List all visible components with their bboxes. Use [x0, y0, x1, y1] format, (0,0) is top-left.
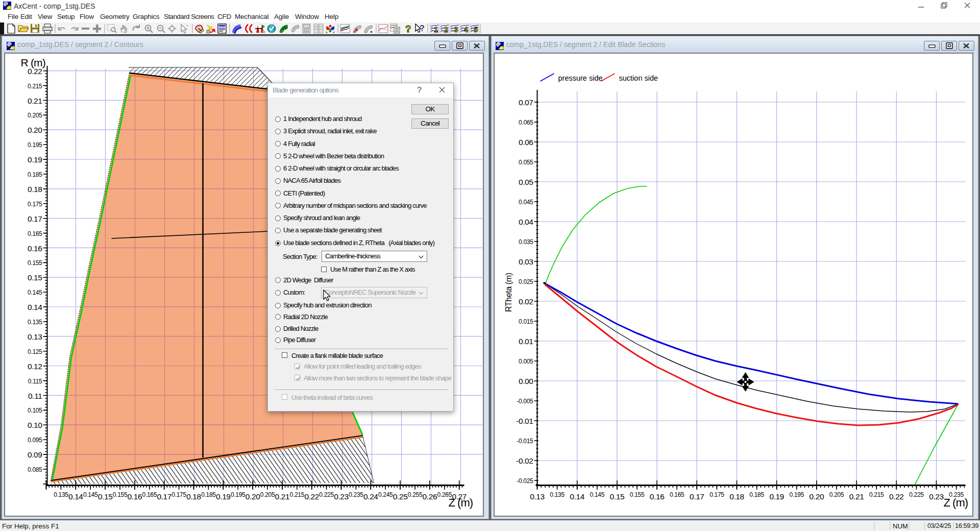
svg-text:0.195: 0.195 [230, 491, 245, 498]
svg-text:0.06: 0.06 [518, 138, 533, 147]
svg-text:0.21: 0.21 [849, 492, 864, 501]
svg-text:0.00: 0.00 [518, 377, 533, 385]
svg-text:4: 4 [464, 25, 469, 34]
svg-text:0.13: 0.13 [530, 492, 545, 501]
svg-text:0.145: 0.145 [27, 289, 42, 296]
svg-text:0.09: 0.09 [27, 450, 42, 459]
svg-text:0.125: 0.125 [27, 348, 42, 355]
svg-text:3: 3 [454, 25, 458, 34]
svg-text:0.095: 0.095 [27, 437, 42, 444]
svg-text:0.02: 0.02 [518, 297, 533, 306]
svg-text:0.03: 0.03 [518, 257, 533, 266]
svg-text:0.175: 0.175 [709, 491, 724, 498]
svg-text:-0.005: -0.005 [517, 398, 533, 405]
svg-text:0.145: 0.145 [83, 491, 97, 498]
svg-text:0.01: 0.01 [518, 337, 533, 346]
svg-text:0.155: 0.155 [27, 259, 42, 267]
svg-text:0.165: 0.165 [669, 491, 684, 498]
svg-text:0.23: 0.23 [929, 492, 944, 501]
svg-text:0.115: 0.115 [28, 378, 42, 385]
svg-text:0.165: 0.165 [27, 230, 42, 237]
svg-text:0.225: 0.225 [319, 491, 334, 498]
svg-text:0.26: 0.26 [422, 492, 437, 501]
svg-text:0.17: 0.17 [690, 492, 704, 501]
svg-text:RTheta (m): RTheta (m) [504, 273, 512, 312]
svg-text:0.055: 0.055 [518, 159, 533, 166]
svg-text:0.05: 0.05 [518, 178, 533, 186]
svg-text:0.245: 0.245 [378, 491, 393, 498]
svg-text:0.18: 0.18 [27, 185, 42, 194]
svg-text:0.225: 0.225 [909, 491, 924, 498]
svg-text:0.165: 0.165 [142, 491, 157, 498]
svg-text:Z (m): Z (m) [448, 496, 473, 509]
svg-text:0.175: 0.175 [172, 491, 186, 498]
svg-text:2: 2 [444, 25, 448, 34]
svg-text:0.195: 0.195 [27, 141, 42, 149]
svg-text:0.18: 0.18 [186, 492, 201, 501]
svg-text:0.21: 0.21 [275, 492, 289, 501]
svg-text:0.205: 0.205 [260, 491, 275, 498]
svg-text:0.22: 0.22 [304, 492, 319, 501]
svg-text:0.14: 0.14 [68, 492, 83, 501]
svg-text:0.11: 0.11 [28, 392, 42, 400]
svg-text:-0.02: -0.02 [516, 456, 533, 465]
svg-text:0.23: 0.23 [334, 492, 349, 501]
svg-text:0.085: 0.085 [27, 466, 42, 473]
svg-text:0.14: 0.14 [27, 303, 42, 311]
svg-text:0.15: 0.15 [609, 492, 624, 501]
svg-text:-0.01: -0.01 [516, 417, 533, 425]
svg-text:0.16: 0.16 [27, 244, 42, 253]
svg-text:1: 1 [434, 25, 438, 34]
svg-text:0.035: 0.035 [518, 238, 533, 246]
svg-text:0.025: 0.025 [518, 278, 533, 285]
svg-text:0.20: 0.20 [27, 126, 42, 134]
svg-text:0.16: 0.16 [649, 492, 664, 501]
svg-text:0.07: 0.07 [518, 98, 533, 107]
svg-text:0.135: 0.135 [27, 319, 42, 326]
svg-text:0.185: 0.185 [749, 491, 764, 498]
svg-text:?: ? [420, 24, 425, 33]
svg-text:0.195: 0.195 [789, 491, 804, 498]
svg-text:0.20: 0.20 [245, 492, 260, 501]
svg-text:0.22: 0.22 [889, 492, 904, 501]
svg-text:0.045: 0.045 [518, 199, 533, 206]
svg-text:0.205: 0.205 [829, 491, 844, 498]
svg-text:0.255: 0.255 [407, 491, 422, 498]
svg-text:-0.025: -0.025 [517, 477, 533, 485]
svg-text:0.19: 0.19 [769, 492, 784, 501]
svg-text:0.18: 0.18 [729, 492, 744, 501]
svg-text:0.17: 0.17 [27, 214, 42, 223]
svg-text:0.14: 0.14 [570, 492, 584, 501]
svg-text:0.215: 0.215 [289, 491, 304, 498]
svg-text:Z (m): Z (m) [943, 496, 968, 509]
svg-text:0.155: 0.155 [112, 491, 127, 498]
svg-text:R (m): R (m) [20, 57, 45, 68]
svg-text:0.21: 0.21 [27, 96, 42, 105]
svg-text:0.19: 0.19 [216, 492, 231, 501]
svg-text:0.215: 0.215 [869, 491, 884, 498]
svg-text:0.12: 0.12 [27, 362, 42, 371]
svg-text:0.215: 0.215 [27, 83, 42, 90]
svg-text:0.10: 0.10 [27, 421, 42, 429]
svg-text:pressure side: pressure side [558, 74, 602, 82]
svg-text:0.24: 0.24 [363, 492, 378, 501]
svg-text:0.19: 0.19 [27, 155, 42, 164]
svg-text:0.185: 0.185 [27, 171, 42, 178]
svg-text:0.15: 0.15 [27, 273, 42, 282]
svg-text:0.16: 0.16 [127, 492, 142, 501]
svg-text:0.15: 0.15 [97, 492, 112, 501]
svg-text:0.175: 0.175 [27, 201, 42, 208]
svg-text:5: 5 [474, 25, 478, 34]
svg-text:0.065: 0.065 [518, 119, 533, 126]
svg-text:0.205: 0.205 [27, 112, 42, 119]
svg-text:0.185: 0.185 [201, 491, 216, 498]
svg-text:0.17: 0.17 [157, 492, 172, 501]
svg-text:0.015: 0.015 [518, 318, 533, 325]
svg-text:0.235: 0.235 [349, 491, 363, 498]
svg-text:0.04: 0.04 [518, 218, 533, 226]
svg-text:0.145: 0.145 [590, 491, 604, 498]
svg-text:0.25: 0.25 [393, 492, 407, 501]
svg-text:0.135: 0.135 [54, 491, 68, 498]
svg-text:0.13: 0.13 [27, 332, 42, 341]
svg-text:suction side: suction side [619, 74, 658, 82]
